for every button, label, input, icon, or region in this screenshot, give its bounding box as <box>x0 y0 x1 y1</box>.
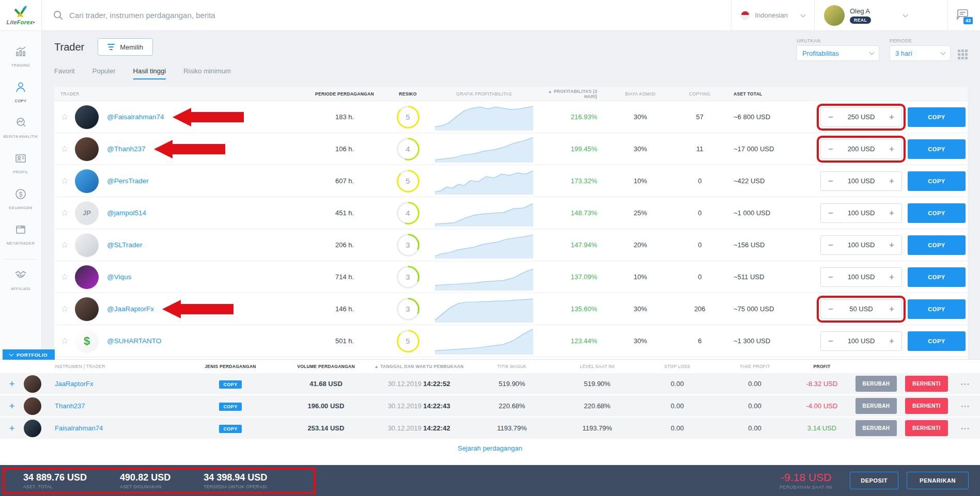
invest-amount-value[interactable]: 250 USD <box>841 113 882 121</box>
favorite-star-icon[interactable]: ☆ <box>54 143 75 154</box>
trader-name-link[interactable]: @SLTrader <box>107 241 142 249</box>
sort-select[interactable]: Profitabilitas <box>797 45 879 61</box>
tab-favorit[interactable]: Favorit <box>54 67 75 79</box>
more-options-button[interactable]: ••• <box>951 381 980 387</box>
copy-trader-button[interactable]: COPY <box>908 267 966 287</box>
invest-amount-value[interactable]: 50 USD <box>841 305 882 313</box>
notifications-button[interactable]: 43 <box>947 0 980 30</box>
tab-hasil-tinggi[interactable]: Hasil tinggi <box>133 67 166 79</box>
current-change-label: PERUBAHAN SAAT INI <box>780 485 832 490</box>
decrease-amount-button[interactable]: − <box>821 305 841 314</box>
decrease-amount-button[interactable]: − <box>821 337 841 346</box>
favorite-star-icon[interactable]: ☆ <box>54 175 75 186</box>
trader-name-link[interactable]: @SUHARTANTO <box>107 337 161 345</box>
sidebar-item-berita-analitik[interactable]: BERITA ANALITIK <box>0 117 41 139</box>
decrease-amount-button[interactable]: − <box>821 273 841 282</box>
decrease-amount-button[interactable]: − <box>821 145 841 154</box>
col-risk[interactable]: RESIKO <box>383 91 432 97</box>
copy-trader-button[interactable]: COPY <box>908 139 966 159</box>
col-assets[interactable]: ASET TOTAL <box>729 91 815 97</box>
stop-button[interactable]: BERHENTI <box>905 420 947 436</box>
invest-amount-value[interactable]: 100 USD <box>841 241 882 249</box>
sidebar-item-trading[interactable]: TRADING <box>0 45 41 68</box>
expand-row-button[interactable]: + <box>0 423 24 434</box>
modify-button[interactable]: BERUBAH <box>855 376 897 392</box>
invest-amount-value[interactable]: 200 USD <box>841 145 882 153</box>
copy-trader-button[interactable]: COPY <box>908 331 966 351</box>
brand-logo[interactable]: LiteForex• <box>0 0 42 30</box>
tab-risiko-minimum[interactable]: Risiko minimum <box>183 67 231 79</box>
increase-amount-button[interactable]: + <box>882 305 901 314</box>
favorite-star-icon[interactable]: ☆ <box>54 271 75 282</box>
col-period[interactable]: PERIODE PERDAGANGAN <box>306 91 383 97</box>
stop-button[interactable]: BERHENTI <box>905 376 947 392</box>
trader-name-link[interactable]: @Faisalrahman74 <box>107 113 164 121</box>
decrease-amount-button[interactable]: − <box>821 241 841 250</box>
increase-amount-button[interactable]: + <box>882 145 901 154</box>
trader-name-link[interactable]: Thanh237 <box>55 402 179 410</box>
user-menu[interactable]: Oleg A REAL <box>814 0 947 30</box>
trader-name-link[interactable]: Faisalrahman74 <box>55 424 179 432</box>
decrease-amount-button[interactable]: − <box>821 209 841 218</box>
trade-history-link[interactable]: Sejarah perdagangan <box>458 444 522 452</box>
withdraw-button[interactable]: PENARIKAN <box>907 472 969 489</box>
stop-button[interactable]: BERHENTI <box>905 398 947 414</box>
sidebar-item-profil[interactable]: PROFIL <box>0 152 41 174</box>
commission-value: 30% <box>611 337 670 345</box>
portfolio-tab[interactable]: PORTFOLIO <box>3 349 55 360</box>
increase-amount-button[interactable]: + <box>882 209 901 218</box>
more-options-button[interactable]: ••• <box>951 403 980 409</box>
col-volume: VOLUME PERDAGANGAN <box>282 364 370 369</box>
increase-amount-button[interactable]: + <box>882 337 901 346</box>
invest-amount-value[interactable]: 100 USD <box>841 337 882 345</box>
sidebar-item-keuangan[interactable]: $ KEUANGAN <box>0 188 41 210</box>
invest-amount-value[interactable]: 100 USD <box>841 177 882 185</box>
invest-amount-value[interactable]: 100 USD <box>841 209 882 217</box>
invest-amount-value[interactable]: 100 USD <box>841 273 882 281</box>
increase-amount-button[interactable]: + <box>882 113 901 122</box>
copy-trader-button[interactable]: COPY <box>908 203 966 223</box>
search-input[interactable] <box>69 11 379 20</box>
trader-name-link[interactable]: @Viqus <box>107 273 131 281</box>
copy-trader-button[interactable]: COPY <box>908 235 966 255</box>
filter-button[interactable]: Memilih <box>98 38 153 56</box>
col-commission[interactable]: BIAYA KOMISI <box>611 91 670 97</box>
trader-name-link[interactable]: @PersTrader <box>107 177 149 185</box>
sidebar-item-affiliasi[interactable]: AFFILIASI <box>0 269 41 291</box>
search-bar[interactable] <box>42 10 731 20</box>
favorite-star-icon[interactable]: ☆ <box>54 303 75 314</box>
increase-amount-button[interactable]: + <box>882 241 901 250</box>
trader-name-link[interactable]: @JaaRaptorFx <box>107 305 154 313</box>
expand-row-button[interactable]: + <box>0 401 24 412</box>
trader-name-link[interactable]: @jampol514 <box>107 209 146 217</box>
sidebar-item-copy[interactable]: COPY <box>0 81 41 103</box>
period-select[interactable]: 3 hari <box>890 45 951 61</box>
col-copying[interactable]: COPYING <box>670 91 729 97</box>
col-open-date[interactable]: ▲TANGGAL DAN WAKTU PEMBUKAAN <box>370 364 468 369</box>
copy-trader-button[interactable]: COPY <box>908 171 966 191</box>
favorite-star-icon[interactable]: ☆ <box>54 111 75 122</box>
open-date: 30.12.2019 <box>388 380 422 388</box>
modify-button[interactable]: BERUBAH <box>855 420 897 436</box>
modify-button[interactable]: BERUBAH <box>855 398 897 414</box>
decrease-amount-button[interactable]: − <box>821 113 841 122</box>
expand-row-button[interactable]: + <box>0 378 24 390</box>
favorite-star-icon[interactable]: ☆ <box>54 335 75 346</box>
grid-view-button[interactable] <box>958 50 968 59</box>
more-options-button[interactable]: ••• <box>951 425 980 431</box>
increase-amount-button[interactable]: + <box>882 177 901 186</box>
col-trader[interactable]: TRADER <box>54 91 306 97</box>
favorite-star-icon[interactable]: ☆ <box>54 207 75 218</box>
tab-populer[interactable]: Populer <box>92 67 116 79</box>
favorite-star-icon[interactable]: ☆ <box>54 239 75 250</box>
increase-amount-button[interactable]: + <box>882 273 901 282</box>
copy-trader-button[interactable]: COPY <box>908 299 966 319</box>
copy-trader-button[interactable]: COPY <box>908 107 966 127</box>
deposit-button[interactable]: DEPOSIT <box>850 472 898 489</box>
decrease-amount-button[interactable]: − <box>821 177 841 186</box>
sidebar-item-metatrader[interactable]: METATRADER <box>0 223 41 246</box>
trader-name-link[interactable]: JaaRaptorFx <box>55 380 179 388</box>
col-profit[interactable]: ▲PROFITABILITAS (3 HARI) <box>536 89 611 99</box>
language-selector[interactable]: Indonesian <box>731 0 814 30</box>
trader-name-link[interactable]: @Thanh237 <box>107 145 146 153</box>
